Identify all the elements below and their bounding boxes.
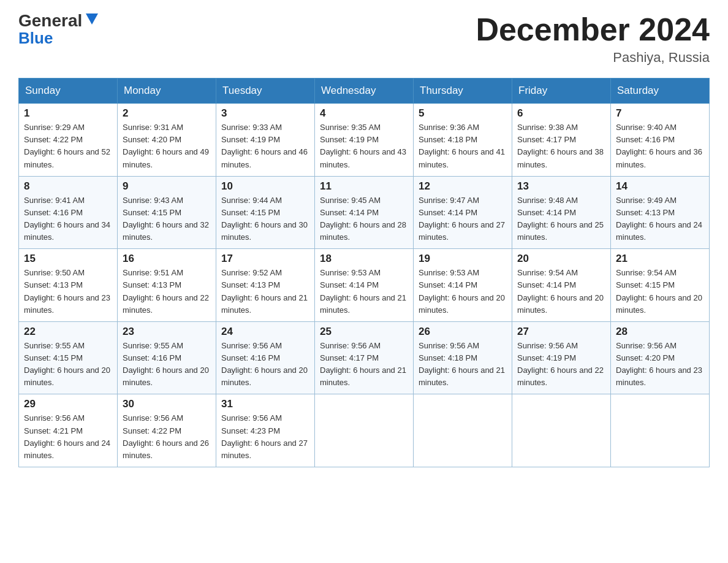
day-cell: 18 Sunrise: 9:53 AMSunset: 4:14 PMDaylig…: [315, 249, 414, 322]
day-info: Sunrise: 9:56 AMSunset: 4:17 PMDaylight:…: [320, 340, 408, 389]
day-number: 14: [616, 180, 704, 193]
title-block: December 2024 Pashiya, Russia: [476, 12, 710, 66]
day-cell: 28 Sunrise: 9:56 AMSunset: 4:20 PMDaylig…: [611, 321, 710, 394]
col-thursday: Thursday: [414, 79, 512, 104]
day-info: Sunrise: 9:31 AMSunset: 4:20 PMDaylight:…: [123, 121, 211, 171]
day-info: Sunrise: 9:49 AMSunset: 4:13 PMDaylight:…: [616, 194, 704, 244]
day-number: 28: [616, 326, 704, 338]
day-info: Sunrise: 9:56 AMSunset: 4:18 PMDaylight:…: [419, 340, 507, 389]
day-info: Sunrise: 9:48 AMSunset: 4:14 PMDaylight:…: [517, 194, 605, 244]
day-number: 1: [24, 107, 112, 120]
day-cell: 19 Sunrise: 9:53 AMSunset: 4:14 PMDaylig…: [414, 249, 512, 322]
day-cell: 7 Sunrise: 9:40 AMSunset: 4:16 PMDayligh…: [611, 104, 710, 177]
week-row-1: 1 Sunrise: 9:29 AMSunset: 4:22 PMDayligh…: [19, 104, 710, 177]
day-info: Sunrise: 9:54 AMSunset: 4:14 PMDaylight:…: [517, 267, 605, 316]
col-sunday: Sunday: [19, 79, 118, 104]
day-number: 6: [517, 107, 605, 120]
day-info: Sunrise: 9:36 AMSunset: 4:18 PMDaylight:…: [419, 121, 507, 171]
day-cell: 22 Sunrise: 9:55 AMSunset: 4:15 PMDaylig…: [19, 321, 118, 394]
day-cell: [611, 394, 710, 467]
day-cell: 6 Sunrise: 9:38 AMSunset: 4:17 PMDayligh…: [512, 104, 611, 177]
day-cell: 20 Sunrise: 9:54 AMSunset: 4:14 PMDaylig…: [512, 249, 611, 322]
day-info: Sunrise: 9:55 AMSunset: 4:16 PMDaylight:…: [123, 340, 211, 389]
day-number: 18: [320, 253, 408, 265]
day-number: 22: [24, 326, 112, 338]
day-cell: 5 Sunrise: 9:36 AMSunset: 4:18 PMDayligh…: [414, 104, 512, 177]
day-cell: 10 Sunrise: 9:44 AMSunset: 4:15 PMDaylig…: [216, 176, 315, 249]
day-info: Sunrise: 9:53 AMSunset: 4:14 PMDaylight:…: [419, 267, 507, 316]
location-title: Pashiya, Russia: [476, 50, 710, 66]
day-cell: 29 Sunrise: 9:56 AMSunset: 4:21 PMDaylig…: [19, 394, 118, 467]
day-cell: 11 Sunrise: 9:45 AMSunset: 4:14 PMDaylig…: [315, 176, 414, 249]
day-number: 19: [419, 253, 507, 265]
day-info: Sunrise: 9:35 AMSunset: 4:19 PMDaylight:…: [320, 121, 408, 171]
day-info: Sunrise: 9:56 AMSunset: 4:21 PMDaylight:…: [24, 412, 112, 462]
day-cell: 1 Sunrise: 9:29 AMSunset: 4:22 PMDayligh…: [19, 104, 118, 177]
day-number: 13: [517, 180, 605, 193]
col-monday: Monday: [118, 79, 216, 104]
logo-text-blue: Blue: [18, 29, 53, 47]
week-row-5: 29 Sunrise: 9:56 AMSunset: 4:21 PMDaylig…: [19, 394, 710, 467]
logo-arrow-icon: [83, 11, 100, 28]
day-cell: [414, 394, 512, 467]
day-number: 2: [123, 107, 211, 120]
day-cell: 4 Sunrise: 9:35 AMSunset: 4:19 PMDayligh…: [315, 104, 414, 177]
day-info: Sunrise: 9:53 AMSunset: 4:14 PMDaylight:…: [320, 267, 408, 316]
day-number: 3: [221, 107, 309, 120]
day-cell: 27 Sunrise: 9:56 AMSunset: 4:19 PMDaylig…: [512, 321, 611, 394]
day-number: 11: [320, 180, 408, 193]
day-cell: 30 Sunrise: 9:56 AMSunset: 4:22 PMDaylig…: [118, 394, 216, 467]
day-number: 26: [419, 326, 507, 338]
month-title: December 2024: [476, 12, 710, 47]
day-cell: 8 Sunrise: 9:41 AMSunset: 4:16 PMDayligh…: [19, 176, 118, 249]
day-info: Sunrise: 9:56 AMSunset: 4:23 PMDaylight:…: [221, 412, 309, 462]
day-cell: 13 Sunrise: 9:48 AMSunset: 4:14 PMDaylig…: [512, 176, 611, 249]
day-cell: 15 Sunrise: 9:50 AMSunset: 4:13 PMDaylig…: [19, 249, 118, 322]
day-info: Sunrise: 9:29 AMSunset: 4:22 PMDaylight:…: [24, 121, 112, 171]
day-info: Sunrise: 9:45 AMSunset: 4:14 PMDaylight:…: [320, 194, 408, 244]
page-header: General Blue December 2024 Pashiya, Russ…: [18, 12, 710, 66]
day-info: Sunrise: 9:33 AMSunset: 4:19 PMDaylight:…: [221, 121, 309, 171]
day-number: 25: [320, 326, 408, 338]
day-cell: 3 Sunrise: 9:33 AMSunset: 4:19 PMDayligh…: [216, 104, 315, 177]
day-number: 20: [517, 253, 605, 265]
day-info: Sunrise: 9:50 AMSunset: 4:13 PMDaylight:…: [24, 267, 112, 316]
day-info: Sunrise: 9:43 AMSunset: 4:15 PMDaylight:…: [123, 194, 211, 244]
day-cell: [512, 394, 611, 467]
day-info: Sunrise: 9:56 AMSunset: 4:16 PMDaylight:…: [221, 340, 309, 389]
day-number: 31: [221, 398, 309, 410]
day-cell: 14 Sunrise: 9:49 AMSunset: 4:13 PMDaylig…: [611, 176, 710, 249]
day-info: Sunrise: 9:55 AMSunset: 4:15 PMDaylight:…: [24, 340, 112, 389]
day-cell: 31 Sunrise: 9:56 AMSunset: 4:23 PMDaylig…: [216, 394, 315, 467]
day-number: 27: [517, 326, 605, 338]
day-number: 17: [221, 253, 309, 265]
logo-text-general: General: [18, 12, 82, 29]
day-info: Sunrise: 9:44 AMSunset: 4:15 PMDaylight:…: [221, 194, 309, 244]
day-cell: 26 Sunrise: 9:56 AMSunset: 4:18 PMDaylig…: [414, 321, 512, 394]
day-info: Sunrise: 9:38 AMSunset: 4:17 PMDaylight:…: [517, 121, 605, 171]
col-friday: Friday: [512, 79, 611, 104]
svg-marker-0: [86, 13, 98, 25]
day-number: 23: [123, 326, 211, 338]
day-info: Sunrise: 9:54 AMSunset: 4:15 PMDaylight:…: [616, 267, 704, 316]
day-number: 12: [419, 180, 507, 193]
day-number: 21: [616, 253, 704, 265]
col-wednesday: Wednesday: [315, 79, 414, 104]
week-row-3: 15 Sunrise: 9:50 AMSunset: 4:13 PMDaylig…: [19, 249, 710, 322]
day-number: 29: [24, 398, 112, 410]
logo: General Blue: [18, 12, 100, 47]
day-info: Sunrise: 9:47 AMSunset: 4:14 PMDaylight:…: [419, 194, 507, 244]
day-cell: 24 Sunrise: 9:56 AMSunset: 4:16 PMDaylig…: [216, 321, 315, 394]
day-number: 9: [123, 180, 211, 193]
day-info: Sunrise: 9:52 AMSunset: 4:13 PMDaylight:…: [221, 267, 309, 316]
week-row-2: 8 Sunrise: 9:41 AMSunset: 4:16 PMDayligh…: [19, 176, 710, 249]
day-cell: 12 Sunrise: 9:47 AMSunset: 4:14 PMDaylig…: [414, 176, 512, 249]
day-number: 8: [24, 180, 112, 193]
day-info: Sunrise: 9:40 AMSunset: 4:16 PMDaylight:…: [616, 121, 704, 171]
day-cell: 9 Sunrise: 9:43 AMSunset: 4:15 PMDayligh…: [118, 176, 216, 249]
week-row-4: 22 Sunrise: 9:55 AMSunset: 4:15 PMDaylig…: [19, 321, 710, 394]
day-number: 16: [123, 253, 211, 265]
day-cell: 16 Sunrise: 9:51 AMSunset: 4:13 PMDaylig…: [118, 249, 216, 322]
day-number: 5: [419, 107, 507, 120]
day-info: Sunrise: 9:56 AMSunset: 4:19 PMDaylight:…: [517, 340, 605, 389]
